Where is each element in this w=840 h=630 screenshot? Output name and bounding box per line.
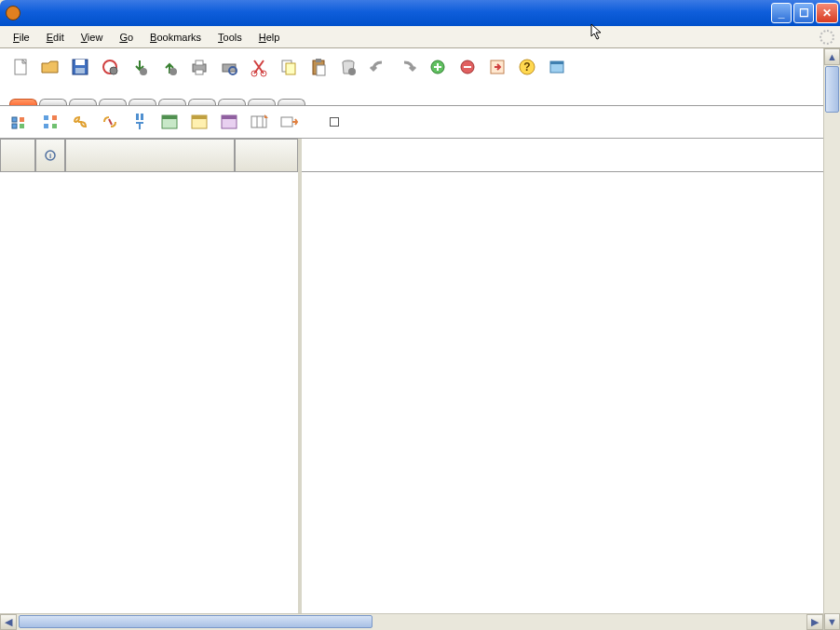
svg-rect-29 <box>12 117 17 122</box>
menu-view[interactable]: View <box>74 30 111 45</box>
svg-rect-30 <box>12 124 17 128</box>
tracking-checkbox[interactable] <box>330 117 339 127</box>
svg-rect-16 <box>286 63 295 74</box>
scroll-left-button[interactable]: ◀ <box>0 614 17 630</box>
unlink-button[interactable] <box>97 109 123 135</box>
menu-go[interactable]: Go <box>112 30 141 45</box>
goto-button[interactable] <box>484 54 510 80</box>
svg-rect-9 <box>196 60 203 65</box>
svg-rect-32 <box>20 124 24 128</box>
tab-rbs[interactable] <box>188 99 216 105</box>
firefox-icon <box>6 6 20 20</box>
scroll-thumb[interactable] <box>19 615 373 628</box>
print-button[interactable] <box>186 54 212 80</box>
delete-button[interactable] <box>335 54 361 80</box>
svg-rect-33 <box>44 115 48 120</box>
browser-menubar: File Edit View Go Bookmarks Tools Help <box>0 26 840 48</box>
svg-point-5 <box>110 67 117 74</box>
outdent-button[interactable] <box>156 54 183 80</box>
timeline-header <box>302 139 823 172</box>
calendar3-icon[interactable] <box>216 109 242 135</box>
menu-tools[interactable]: Tools <box>210 30 250 45</box>
svg-rect-10 <box>196 70 203 74</box>
print-preview-button[interactable] <box>216 54 242 80</box>
expand-icon[interactable] <box>7 109 34 135</box>
tab-wbs[interactable] <box>158 99 186 105</box>
tab-resource-usage[interactable] <box>278 99 305 105</box>
col-header-indicator[interactable]: i <box>35 139 65 172</box>
col-header-duration[interactable] <box>235 139 298 172</box>
tab-resources[interactable] <box>99 99 127 105</box>
gantt-chart[interactable] <box>302 139 823 613</box>
svg-rect-2 <box>75 60 85 65</box>
minimize-button[interactable]: _ <box>771 3 792 23</box>
svg-rect-35 <box>52 115 57 120</box>
link-button[interactable] <box>67 109 93 135</box>
calendar2-icon[interactable] <box>186 109 212 135</box>
paste-button[interactable] <box>305 54 332 80</box>
tab-report[interactable] <box>218 99 246 105</box>
menu-help[interactable]: Help <box>251 30 288 45</box>
vscroll-thumb[interactable] <box>825 66 839 113</box>
menu-edit[interactable]: Edit <box>39 30 72 45</box>
indent-button[interactable] <box>127 54 153 80</box>
svg-point-7 <box>169 68 177 75</box>
tab-task-usage[interactable] <box>248 99 276 105</box>
sync-button[interactable] <box>97 54 123 80</box>
insert-column-icon[interactable] <box>246 109 272 135</box>
svg-text:i: i <box>49 152 51 160</box>
svg-rect-18 <box>316 59 321 62</box>
tab-projects[interactable] <box>129 99 156 105</box>
collapse-icon[interactable] <box>37 109 63 135</box>
zoom-icon[interactable] <box>276 109 302 135</box>
svg-rect-31 <box>20 117 24 122</box>
remove-button[interactable] <box>454 54 481 80</box>
menu-file[interactable]: File <box>6 30 37 45</box>
save-button[interactable] <box>67 54 93 80</box>
svg-rect-3 <box>75 68 85 74</box>
tab-gantt[interactable] <box>9 99 37 105</box>
help-button[interactable]: ? <box>514 54 540 80</box>
task-table: i <box>0 139 302 613</box>
filter-icon[interactable] <box>127 109 153 135</box>
svg-rect-46 <box>281 117 292 127</box>
svg-rect-28 <box>550 61 563 64</box>
svg-rect-44 <box>222 115 237 119</box>
view-tabs <box>0 86 823 106</box>
open-button[interactable] <box>37 54 63 80</box>
cut-button[interactable] <box>246 54 272 80</box>
scroll-down-button[interactable]: ▼ <box>824 613 840 630</box>
gantt-toolbar <box>0 106 823 138</box>
svg-rect-40 <box>162 115 177 119</box>
tracking-checkbox-label[interactable] <box>324 117 339 127</box>
svg-rect-38 <box>141 114 143 120</box>
maximize-button[interactable]: ☐ <box>793 3 814 23</box>
close-button[interactable]: ✕ <box>816 3 838 23</box>
horizontal-scrollbar[interactable]: ◀ ▶ <box>0 613 823 630</box>
vertical-scrollbar[interactable]: ▲ ▼ <box>823 48 840 630</box>
col-header-name[interactable] <box>65 139 235 172</box>
main-toolbar: ? <box>0 48 823 86</box>
tab-tracking-gantt[interactable] <box>39 99 67 105</box>
add-button[interactable] <box>425 54 451 80</box>
copy-button[interactable] <box>276 54 302 80</box>
gantt-body[interactable] <box>302 172 823 613</box>
scroll-right-button[interactable]: ▶ <box>806 614 823 630</box>
svg-rect-34 <box>44 124 48 128</box>
new-file-button[interactable] <box>7 54 34 80</box>
svg-rect-36 <box>52 124 57 128</box>
undo-button[interactable] <box>365 54 391 80</box>
tab-network[interactable] <box>69 99 97 105</box>
redo-button[interactable] <box>395 54 421 80</box>
window-titlebar: _ ☐ ✕ <box>0 0 840 26</box>
col-header-number[interactable] <box>0 139 35 172</box>
table-header: i <box>0 139 298 172</box>
window-button[interactable] <box>544 54 570 80</box>
svg-point-6 <box>140 68 147 75</box>
scroll-up-button[interactable]: ▲ <box>824 48 840 65</box>
calendar1-icon[interactable] <box>156 109 183 135</box>
svg-text:?: ? <box>523 60 530 74</box>
svg-point-21 <box>348 68 356 75</box>
menu-bookmarks[interactable]: Bookmarks <box>142 30 209 45</box>
svg-rect-42 <box>192 115 207 119</box>
